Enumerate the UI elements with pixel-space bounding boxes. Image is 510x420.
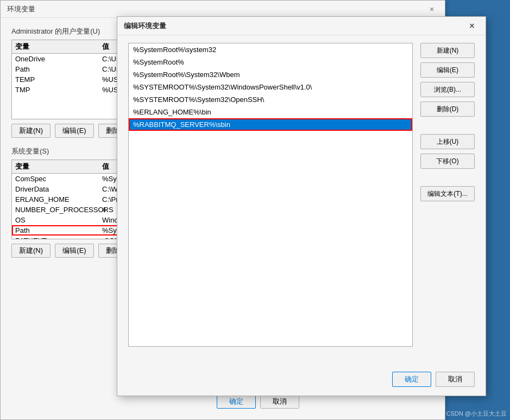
dialog-cancel-btn[interactable]: 取消	[436, 372, 475, 387]
dialog-content: %SystemRoot%\system32%SystemRoot%%System…	[117, 35, 486, 354]
user-header-var: 变量	[15, 42, 102, 52]
dialog-titlebar: 编辑环境变量 ×	[117, 17, 486, 35]
path-list[interactable]: %SystemRoot%\system32%SystemRoot%%System…	[128, 43, 413, 347]
path-list-row[interactable]: %RABBITMQ_SERVER%\sbin	[129, 118, 412, 131]
path-list-row[interactable]: %SYSTEMROOT%\System32\WindowsPowerShell\…	[129, 81, 412, 93]
dialog-delete-btn[interactable]: 删除(D)	[420, 101, 475, 117]
env-cancel-btn[interactable]: 取消	[260, 394, 299, 409]
env-window-titlebar: 环境变量 ×	[1, 1, 445, 18]
dialog-move-up-btn[interactable]: 上移(U)	[420, 134, 475, 149]
edit-env-dialog: 编辑环境变量 × %SystemRoot%\system32%SystemRoo…	[117, 16, 486, 396]
env-window-title: 环境变量	[7, 4, 425, 14]
path-list-row[interactable]: %SystemRoot%\system32	[129, 43, 412, 56]
system-new-btn[interactable]: 新建(N)	[11, 244, 51, 258]
dialog-close-btn[interactable]: ×	[465, 19, 479, 33]
path-list-row[interactable]: %SystemRoot%	[129, 56, 412, 68]
dialog-right-buttons: 新建(N) 编辑(E) 浏览(B)... 删除(D) 上移(U) 下移(O) 编…	[420, 43, 475, 347]
env-bottom-buttons: 确定 取消	[11, 394, 299, 409]
dialog-ok-btn[interactable]: 确定	[392, 372, 431, 387]
env-ok-btn[interactable]: 确定	[217, 394, 256, 409]
user-new-btn[interactable]: 新建(N)	[11, 124, 51, 138]
dialog-bottom-buttons: 确定 取消	[392, 372, 475, 387]
path-list-row[interactable]: %ERLANG_HOME%\bin	[129, 106, 412, 118]
dialog-edit-btn[interactable]: 编辑(E)	[420, 62, 475, 78]
dialog-edit-text-btn[interactable]: 编辑文本(T)...	[420, 186, 475, 201]
dialog-browse-btn[interactable]: 浏览(B)...	[420, 82, 475, 97]
dialog-move-down-btn[interactable]: 下移(O)	[420, 154, 475, 169]
system-header-var: 变量	[15, 162, 102, 171]
dialog-new-btn[interactable]: 新建(N)	[420, 43, 475, 58]
system-edit-btn[interactable]: 编辑(E)	[55, 244, 94, 258]
dialog-title: 编辑环境变量	[124, 21, 465, 31]
path-list-row[interactable]: %SYSTEMROOT%\System32\OpenSSH\	[129, 93, 412, 106]
path-list-row[interactable]: %SystemRoot%\System32\Wbem	[129, 68, 412, 81]
user-edit-btn[interactable]: 编辑(E)	[55, 124, 94, 138]
env-window-close-btn[interactable]: ×	[425, 3, 438, 16]
